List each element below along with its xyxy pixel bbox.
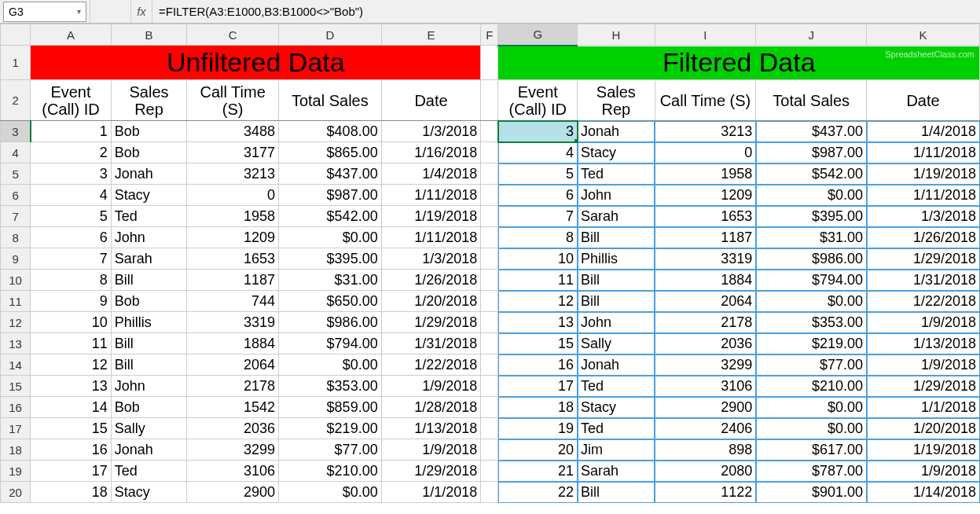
row-header[interactable]: 7 <box>1 206 31 227</box>
cell[interactable]: 2 <box>31 142 112 163</box>
cell[interactable]: 1187 <box>655 227 756 248</box>
chevron-down-icon[interactable]: ▾ <box>77 7 81 16</box>
cell[interactable]: 5 <box>31 206 112 227</box>
cell[interactable]: $437.00 <box>756 121 867 142</box>
cell[interactable]: $542.00 <box>278 206 381 227</box>
table-column-header[interactable]: Call Time (S) <box>655 80 756 121</box>
cell[interactable] <box>481 206 498 227</box>
cell[interactable]: 1/29/2018 <box>867 248 980 270</box>
cell[interactable]: $77.00 <box>278 439 381 461</box>
cell[interactable]: Sarah <box>578 206 655 227</box>
cell[interactable]: John <box>578 185 655 206</box>
cell[interactable]: $0.00 <box>278 354 381 376</box>
cell[interactable]: $210.00 <box>756 376 867 397</box>
cell[interactable]: 1/14/2018 <box>867 482 980 503</box>
cell[interactable]: Jonah <box>578 354 655 376</box>
cell[interactable]: 6 <box>498 185 578 206</box>
cell[interactable]: $0.00 <box>756 397 867 418</box>
cell[interactable]: Jonah <box>111 439 187 461</box>
cell[interactable]: Bob <box>111 291 187 312</box>
cell[interactable]: 1/28/2018 <box>381 397 481 418</box>
cell[interactable]: 898 <box>655 439 756 461</box>
cell[interactable]: 13 <box>498 312 578 333</box>
cell[interactable]: Bob <box>111 397 187 418</box>
cell[interactable]: Jonah <box>578 121 655 142</box>
cell[interactable]: 13 <box>31 376 112 397</box>
cell[interactable]: Sally <box>578 333 655 354</box>
cell[interactable]: 11 <box>498 270 578 291</box>
cell[interactable]: 1/3/2018 <box>381 121 481 142</box>
cell[interactable]: 744 <box>187 291 279 312</box>
cell[interactable]: 1/9/2018 <box>381 439 481 461</box>
cell[interactable] <box>481 46 498 80</box>
cell[interactable]: 1/3/2018 <box>867 206 980 227</box>
cell[interactable]: 1/19/2018 <box>867 439 980 461</box>
row-header[interactable]: 19 <box>1 461 31 482</box>
col-header-J[interactable]: J <box>756 24 867 46</box>
cell[interactable]: 6 <box>31 227 112 248</box>
cell[interactable] <box>481 482 498 503</box>
cell[interactable]: 1/9/2018 <box>867 461 980 482</box>
cell[interactable]: 1/11/2018 <box>867 142 980 163</box>
cell[interactable]: 1958 <box>655 163 756 185</box>
cell[interactable]: 1884 <box>187 333 279 354</box>
cell[interactable]: John <box>111 227 187 248</box>
cell[interactable]: $353.00 <box>756 312 867 333</box>
cell[interactable]: 3299 <box>187 439 279 461</box>
cell[interactable]: 3319 <box>655 248 756 270</box>
cell[interactable]: $787.00 <box>756 461 867 482</box>
cell[interactable] <box>481 397 498 418</box>
cell[interactable]: Sarah <box>111 248 187 270</box>
cell[interactable]: Sarah <box>578 461 655 482</box>
row-header[interactable]: 3 <box>1 121 31 142</box>
cell[interactable]: 10 <box>31 312 112 333</box>
cell[interactable]: 3299 <box>655 354 756 376</box>
cell[interactable]: 2064 <box>655 291 756 312</box>
cell[interactable]: 1/26/2018 <box>867 227 980 248</box>
cell[interactable]: Stacy <box>111 185 187 206</box>
cell[interactable]: 1187 <box>187 270 279 291</box>
cell[interactable] <box>481 333 498 354</box>
cell[interactable]: 1/20/2018 <box>381 291 481 312</box>
table-column-header[interactable]: Total Sales <box>278 80 381 121</box>
cell[interactable]: Ted <box>111 206 187 227</box>
row-header[interactable]: 4 <box>1 142 31 163</box>
cell[interactable]: 14 <box>31 397 112 418</box>
cell[interactable]: Ted <box>578 376 655 397</box>
name-box[interactable]: G3 ▾ <box>3 2 86 22</box>
cell[interactable]: $395.00 <box>756 206 867 227</box>
cell[interactable]: 1/1/2018 <box>381 482 481 503</box>
cell[interactable] <box>481 270 498 291</box>
col-header-D[interactable]: D <box>278 24 381 46</box>
row-header[interactable]: 11 <box>1 291 31 312</box>
col-header-G[interactable]: G <box>498 24 578 46</box>
cell[interactable]: $395.00 <box>278 248 381 270</box>
cell[interactable]: Bill <box>578 291 655 312</box>
cell[interactable]: 3 <box>31 163 112 185</box>
row-header[interactable]: 9 <box>1 248 31 270</box>
row-header[interactable]: 15 <box>1 376 31 397</box>
cell[interactable]: 1/13/2018 <box>867 333 980 354</box>
cell[interactable]: $859.00 <box>278 397 381 418</box>
cell[interactable]: 11 <box>31 333 112 354</box>
cell[interactable]: 1/29/2018 <box>381 312 481 333</box>
cell[interactable]: 1/26/2018 <box>381 270 481 291</box>
cell[interactable]: 3488 <box>187 121 279 142</box>
cell[interactable]: Bob <box>111 121 187 142</box>
cell[interactable] <box>481 248 498 270</box>
cell[interactable]: 2406 <box>655 418 756 439</box>
cell[interactable]: Ted <box>578 418 655 439</box>
cell[interactable]: Stacy <box>111 482 187 503</box>
cell[interactable]: 8 <box>31 270 112 291</box>
cell[interactable]: 1/19/2018 <box>381 206 481 227</box>
row-header[interactable]: 5 <box>1 163 31 185</box>
select-all-corner[interactable] <box>1 24 31 46</box>
cell[interactable]: $986.00 <box>278 312 381 333</box>
col-header-I[interactable]: I <box>655 24 756 46</box>
cell[interactable]: 2178 <box>187 376 279 397</box>
cell[interactable] <box>481 142 498 163</box>
cell[interactable] <box>481 163 498 185</box>
cell[interactable]: 1/11/2018 <box>381 185 481 206</box>
cell[interactable]: 2064 <box>187 354 279 376</box>
cell[interactable]: $542.00 <box>756 163 867 185</box>
